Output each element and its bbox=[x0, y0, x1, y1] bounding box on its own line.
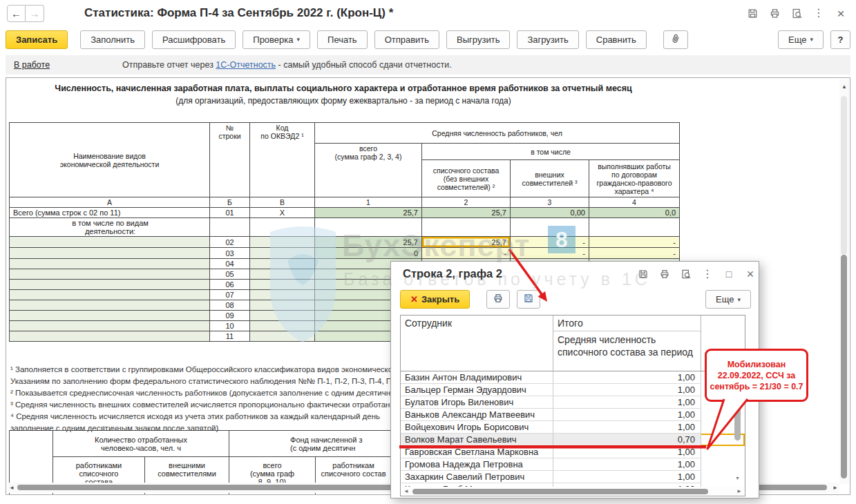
value-cell-total[interactable]: 0 bbox=[315, 248, 422, 259]
value-cell-external[interactable]: 0,00 bbox=[511, 208, 589, 218]
okved-cell[interactable] bbox=[250, 300, 315, 311]
okved-cell[interactable] bbox=[250, 331, 315, 342]
back-button[interactable]: ← bbox=[7, 5, 26, 22]
employee-value: 1,00 bbox=[553, 471, 701, 483]
employee-row[interactable]: Громова Надежда Петровна 1,00 bbox=[401, 458, 745, 471]
okved-cell[interactable] bbox=[250, 248, 315, 259]
value-cell-payroll[interactable] bbox=[422, 218, 511, 237]
export-button[interactable]: Выгрузить bbox=[446, 30, 510, 49]
employee-row[interactable]: Войцехович Игорь Борисович 1,00 bbox=[401, 421, 745, 434]
toolbar: Записать Заполнить Расшифровать Проверка… bbox=[6, 28, 850, 50]
value-cell-payroll[interactable]: - bbox=[422, 248, 511, 259]
row-label-cell bbox=[10, 331, 210, 342]
forward-button[interactable]: → bbox=[26, 5, 44, 22]
value-cell-total[interactable]: 25,7 bbox=[315, 208, 422, 218]
employee-value: 1,00 bbox=[553, 384, 701, 396]
value-cell-external[interactable]: - bbox=[511, 237, 589, 248]
preview-icon[interactable] bbox=[790, 6, 803, 20]
value-cell-payroll[interactable]: 25,7 bbox=[422, 208, 511, 218]
main-vertical-scrollbar[interactable]: ▲ bbox=[839, 79, 849, 484]
employee-name: Булатов Игорь Виленович bbox=[401, 396, 553, 409]
employee-row[interactable]: Ваньков Александр Матвеевич 1,00 bbox=[401, 409, 745, 421]
print-button[interactable]: Печать bbox=[317, 30, 368, 49]
fill-button[interactable]: Заполнить bbox=[80, 30, 145, 49]
import-button[interactable]: Загрузить bbox=[517, 30, 578, 49]
okved-cell[interactable] bbox=[250, 280, 315, 290]
okved-cell[interactable] bbox=[250, 321, 315, 331]
row-number-cell: 04 bbox=[210, 259, 250, 269]
row-number-cell: 01 bbox=[210, 208, 250, 218]
employee-table: Сотрудник Итого Средняя численность спис… bbox=[400, 315, 745, 496]
col-header-civil: выполнявших работы по договорам гражданс… bbox=[589, 160, 680, 197]
save-icon[interactable] bbox=[636, 267, 650, 281]
letters-row: А Б В 1 2 3 4 bbox=[10, 197, 680, 208]
forward-icon: → bbox=[30, 8, 40, 19]
print-icon[interactable] bbox=[658, 267, 672, 281]
save-button[interactable]: Записать bbox=[6, 30, 68, 49]
employee-row[interactable]: Волков Марат Савельевич 0,70 bbox=[401, 434, 745, 446]
value-cell-payroll[interactable]: 25,7 bbox=[422, 237, 511, 248]
attachment-button[interactable] bbox=[663, 30, 688, 49]
value-cell-total[interactable] bbox=[315, 218, 422, 237]
value-cell-external[interactable]: - bbox=[511, 248, 589, 259]
1c-reporting-link[interactable]: 1С-Отчетность bbox=[216, 60, 276, 70]
employee-row[interactable]: Бальцер Герман Эдуардович 1,00 bbox=[401, 384, 745, 396]
scroll-left-icon[interactable]: ◄ bbox=[9, 485, 15, 491]
help-button[interactable]: ? bbox=[830, 30, 850, 49]
value-cell-civil[interactable] bbox=[589, 218, 680, 237]
okved-cell[interactable] bbox=[250, 269, 315, 280]
okved-cell[interactable] bbox=[250, 311, 315, 321]
close-icon[interactable]: × bbox=[743, 267, 757, 281]
col-header-okved: Код по ОКВЭД2 ¹ bbox=[250, 123, 315, 197]
more-button[interactable]: Еще▾ bbox=[778, 30, 824, 49]
decode-button[interactable]: Расшифровать bbox=[152, 30, 236, 49]
employee-name: Бальцер Герман Эдуардович bbox=[401, 384, 553, 396]
send-button[interactable]: Отправить bbox=[374, 30, 439, 49]
scroll-left-icon[interactable]: ◄ bbox=[403, 488, 409, 494]
employee-row[interactable]: Гавровская Светлана Марковна 1,00 bbox=[401, 446, 745, 458]
window-controls: ⋮ × bbox=[745, 6, 848, 20]
maximize-icon[interactable]: □ bbox=[722, 267, 736, 281]
okved-cell[interactable]: Х bbox=[250, 208, 315, 218]
okved-cell[interactable] bbox=[250, 290, 315, 300]
employee-name: Громова Надежда Петровна bbox=[401, 458, 553, 471]
check-button[interactable]: Проверка▾ bbox=[242, 30, 310, 49]
kebab-menu-icon[interactable]: ⋮ bbox=[701, 267, 714, 281]
horizontal-scroll-thumb[interactable] bbox=[412, 489, 708, 494]
compare-button[interactable]: Сравнить bbox=[586, 30, 647, 49]
employee-row[interactable]: Базин Антон Владимирович 1,00 bbox=[401, 371, 745, 384]
employee-row[interactable]: Булатов Игорь Виленович 1,00 bbox=[401, 396, 745, 409]
row-label-cell: в том числе по видам деятельности: bbox=[10, 218, 210, 237]
print-icon bbox=[493, 293, 504, 306]
okved-cell[interactable] bbox=[250, 259, 315, 269]
value-cell-civil[interactable]: 0,0 bbox=[589, 208, 680, 218]
save-button[interactable] bbox=[517, 290, 540, 309]
close-button[interactable]: ✕ Закрыть bbox=[400, 290, 470, 309]
more-button[interactable]: Еще▾ bbox=[705, 290, 751, 309]
value-cell-civil[interactable]: - bbox=[589, 237, 680, 248]
value-cell-external[interactable] bbox=[511, 218, 589, 237]
scroll-right-icon[interactable]: ► bbox=[736, 488, 742, 494]
row-number-cell: 05 bbox=[210, 269, 250, 280]
employee-row[interactable]: Захаркин Савелий Петрович 1,00 bbox=[401, 471, 745, 483]
kebab-menu-icon[interactable]: ⋮ bbox=[812, 6, 826, 20]
scroll-right-icon[interactable]: ► bbox=[833, 485, 838, 491]
print-button[interactable] bbox=[486, 290, 510, 309]
okved-cell[interactable] bbox=[250, 218, 315, 237]
preview-icon[interactable] bbox=[679, 267, 693, 281]
okved-cell[interactable] bbox=[250, 237, 315, 248]
scroll-up-icon[interactable]: ▲ bbox=[841, 84, 847, 90]
close-icon[interactable]: × bbox=[834, 6, 848, 20]
table-row: 02 25,7 25,7 - - bbox=[10, 237, 680, 248]
vertical-scroll-track-segment[interactable] bbox=[841, 96, 847, 255]
status-state-link[interactable]: В работе bbox=[14, 60, 50, 70]
employee-horizontal-scrollbar[interactable]: ◄ ► bbox=[401, 487, 744, 496]
employee-name: Ваньков Александр Матвеевич bbox=[401, 409, 553, 421]
print-icon[interactable] bbox=[768, 6, 781, 20]
scroll-down-icon[interactable]: ▼ bbox=[735, 476, 740, 481]
row-number-cell bbox=[210, 218, 250, 237]
value-cell-total[interactable]: 25,7 bbox=[315, 237, 422, 248]
value-cell-civil[interactable]: - bbox=[589, 248, 680, 259]
save-icon[interactable] bbox=[745, 6, 759, 20]
vertical-scroll-thumb[interactable] bbox=[841, 255, 847, 478]
